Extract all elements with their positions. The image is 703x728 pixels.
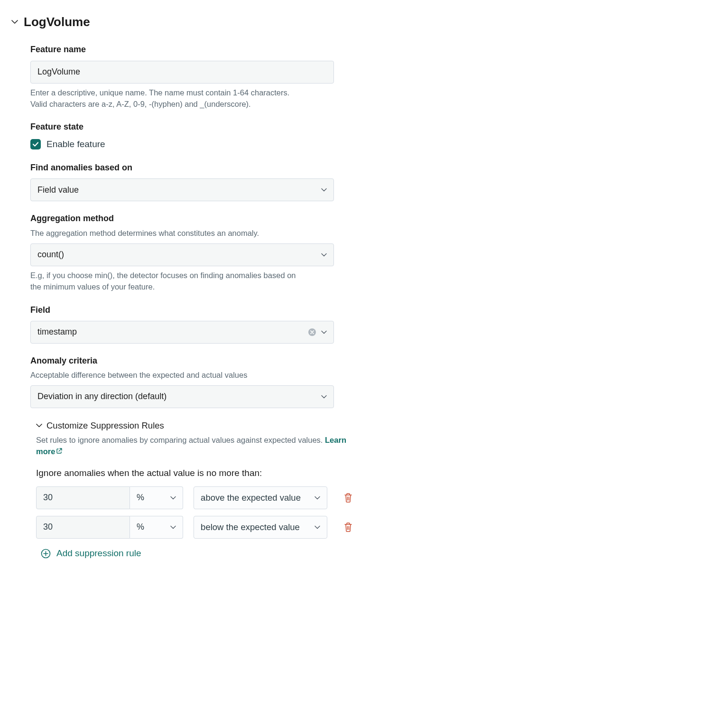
criteria-select[interactable]: Deviation in any direction (default) <box>30 385 334 408</box>
aggregation-help: E.g, if you choose min(), the detector f… <box>30 270 296 293</box>
chevron-down-icon <box>321 394 327 400</box>
rule-direction-value: above the expected value <box>201 492 301 504</box>
suppression-rule-row: %above the expected value <box>36 486 353 509</box>
chevron-down-icon <box>170 495 176 501</box>
chevron-down-icon <box>314 495 320 501</box>
chevron-down-icon <box>321 187 327 193</box>
rule-direction-select[interactable]: above the expected value <box>194 486 327 509</box>
add-suppression-rule-button[interactable]: Add suppression rule <box>36 547 353 560</box>
rules-label: Ignore anomalies when the actual value i… <box>36 467 353 480</box>
field-label: Field <box>30 304 353 316</box>
trash-icon <box>343 522 353 532</box>
criteria-label: Anomaly criteria <box>30 355 353 367</box>
feature-name-field[interactable] <box>37 67 327 77</box>
chevron-down-icon <box>170 524 176 530</box>
aggregation-sublabel: The aggregation method determines what c… <box>30 228 353 239</box>
anomalies-based-on-value: Field value <box>37 184 79 196</box>
anomalies-based-on-select[interactable]: Field value <box>30 178 334 201</box>
chevron-down-icon <box>36 422 43 429</box>
aggregation-value: count() <box>37 249 64 261</box>
suppression-rule-row: %below the expected value <box>36 516 353 539</box>
field-select[interactable]: timestamp <box>30 321 334 344</box>
field-value: timestamp <box>37 326 77 338</box>
rule-unit-value: % <box>137 521 144 533</box>
feature-name-label: Feature name <box>30 44 353 56</box>
suppression-title: Customize Suppression Rules <box>46 420 164 432</box>
trash-icon <box>343 493 353 503</box>
field-group: Field timestamp <box>30 304 353 344</box>
section-header[interactable]: LogVolume <box>11 13 692 30</box>
feature-name-group: Feature name Enter a descriptive, unique… <box>30 44 353 110</box>
rule-value-input[interactable] <box>36 486 130 509</box>
aggregation-label: Aggregation method <box>30 213 353 224</box>
external-link-icon <box>56 446 63 457</box>
feature-name-input[interactable] <box>30 61 334 84</box>
clear-icon[interactable] <box>308 328 316 336</box>
chevron-down-icon <box>321 252 327 258</box>
section-title: LogVolume <box>24 13 90 30</box>
delete-rule-button[interactable] <box>343 522 353 532</box>
aggregation-group: Aggregation method The aggregation metho… <box>30 213 353 292</box>
rule-value-field[interactable] <box>43 493 123 503</box>
aggregation-select[interactable]: count() <box>30 243 334 266</box>
feature-state-label: Feature state <box>30 121 353 133</box>
suppression-header[interactable]: Customize Suppression Rules <box>36 420 353 432</box>
criteria-sublabel: Acceptable difference between the expect… <box>30 370 353 381</box>
rule-unit-select[interactable]: % <box>130 516 183 539</box>
feature-state-group: Feature state Enable feature <box>30 121 353 150</box>
rule-unit-value: % <box>137 492 144 504</box>
chevron-down-icon <box>11 19 18 25</box>
criteria-group: Anomaly criteria Acceptable difference b… <box>30 355 353 408</box>
rule-direction-value: below the expected value <box>201 521 300 533</box>
rule-direction-select[interactable]: below the expected value <box>194 516 327 539</box>
feature-name-help: Enter a descriptive, unique name. The na… <box>30 87 296 110</box>
delete-rule-button[interactable] <box>343 493 353 503</box>
chevron-down-icon <box>314 524 320 530</box>
chevron-down-icon <box>321 329 327 335</box>
anomalies-based-on-group: Find anomalies based on Field value <box>30 162 353 201</box>
suppression-desc: Set rules to ignore anomalies by compari… <box>36 435 353 458</box>
add-rule-label: Add suppression rule <box>56 547 141 560</box>
anomalies-based-on-label: Find anomalies based on <box>30 162 353 174</box>
rule-value-field[interactable] <box>43 522 123 532</box>
rule-unit-select[interactable]: % <box>130 486 183 509</box>
enable-feature-checkbox[interactable] <box>30 139 41 149</box>
plus-circle-icon <box>41 549 51 559</box>
criteria-value: Deviation in any direction (default) <box>37 391 166 402</box>
enable-feature-label: Enable feature <box>46 138 105 151</box>
rule-value-input[interactable] <box>36 516 130 539</box>
